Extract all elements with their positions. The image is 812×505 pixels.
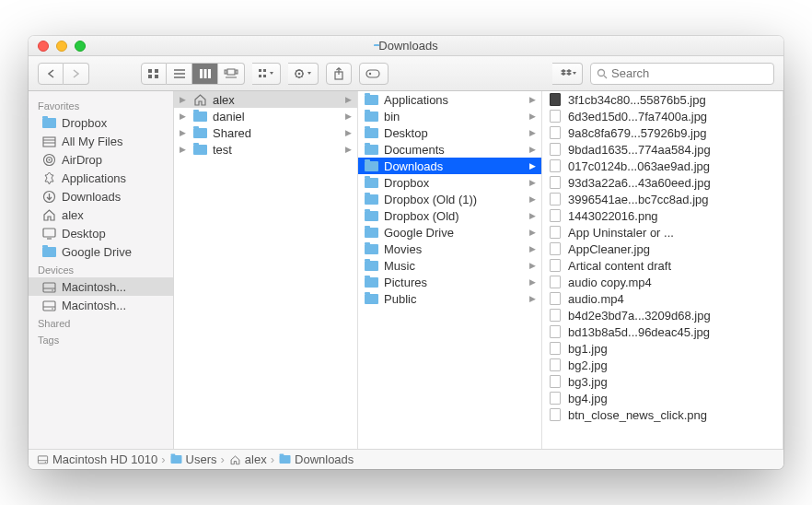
sidebar-item[interactable]: Dropbox	[29, 113, 173, 132]
folder-row[interactable]: ▶daniel▶	[174, 108, 357, 124]
arrange-button[interactable]	[252, 63, 281, 85]
row-label: 9bdad1635...774aa584.jpg	[568, 143, 779, 157]
path-label: alex	[245, 452, 267, 466]
chevron-right-icon: ▶	[345, 95, 354, 104]
folder-icon	[280, 455, 291, 464]
sidebar-item[interactable]: All My Files	[29, 132, 173, 150]
file-row[interactable]: bg2.jpg	[542, 357, 783, 373]
folder-row[interactable]: Dropbox (Old (1))▶	[358, 191, 541, 207]
action-button[interactable]	[288, 63, 319, 85]
file-icon	[548, 208, 563, 223]
coverflow-view-button[interactable]	[218, 63, 245, 85]
row-label: Dropbox	[384, 176, 524, 190]
svg-rect-26	[43, 137, 55, 147]
file-row[interactable]: bg3.jpg	[542, 373, 783, 390]
file-icon	[548, 275, 563, 289]
row-label: Public	[384, 292, 524, 306]
file-row[interactable]: Artical content draft	[542, 257, 783, 274]
file-row[interactable]: 3996541ae...bc7cc8ad.jpg	[542, 191, 783, 207]
path-segment[interactable]: alex	[228, 452, 267, 466]
file-row[interactable]: b4d2e3bd7a...3209d68.jpg	[542, 307, 783, 323]
column-view-button[interactable]	[192, 63, 218, 85]
sidebar-item[interactable]: Desktop	[29, 224, 173, 242]
folder-row[interactable]: Desktop▶	[358, 124, 541, 141]
row-label: AppCleaner.jpg	[568, 242, 779, 256]
file-row[interactable]: audio.mp4	[542, 290, 783, 307]
list-view-button[interactable]	[167, 63, 192, 85]
folder-row[interactable]: Downloads▶	[358, 158, 541, 174]
folder-row[interactable]: Documents▶	[358, 141, 541, 158]
search-field[interactable]	[590, 63, 774, 85]
file-icon	[548, 225, 563, 240]
sidebar-item[interactable]: Downloads	[29, 187, 173, 206]
file-icon	[548, 407, 563, 422]
svg-point-44	[45, 462, 46, 463]
file-row[interactable]: 9bdad1635...774aa584.jpg	[542, 141, 783, 158]
path-label: Downloads	[295, 452, 354, 466]
file-icon	[548, 324, 563, 339]
folder-row[interactable]: ▶alex▶	[174, 91, 357, 108]
row-label: daniel	[213, 110, 340, 123]
file-icon	[548, 125, 563, 140]
folder-icon	[41, 244, 56, 259]
search-input[interactable]	[611, 66, 768, 80]
folder-row[interactable]: Google Drive▶	[358, 224, 541, 241]
folder-row[interactable]: Applications▶	[358, 91, 541, 108]
row-label: btn_close_news_click.png	[568, 408, 779, 422]
sidebar-item-label: Applications	[62, 171, 126, 185]
folder-row[interactable]: Music▶	[358, 257, 541, 274]
path-segment[interactable]: Downloads	[278, 452, 354, 466]
chevron-right-icon: ▶	[180, 128, 187, 137]
sidebar-item[interactable]: Google Drive	[29, 242, 173, 261]
file-row[interactable]: 017c0124b...063ae9ad.jpg	[542, 158, 783, 174]
row-label: Artical content draft	[568, 259, 779, 273]
file-row[interactable]: 93d3a22a6...43a60eed.jpg	[542, 174, 783, 191]
file-row[interactable]: 6d3ed15d0...7fa7400a.jpg	[542, 108, 783, 124]
column: ▶alex▶▶daniel▶▶Shared▶▶test▶	[174, 91, 358, 449]
home-icon	[229, 454, 240, 464]
column: Applications▶bin▶Desktop▶Documents▶Downl…	[358, 91, 542, 449]
share-button[interactable]	[326, 63, 352, 85]
file-row[interactable]: App Uninstaler or ...	[542, 224, 783, 241]
sidebar-item[interactable]: Macintosh...	[29, 296, 173, 314]
sidebar-item-label: alex	[62, 208, 84, 222]
sidebar-item[interactable]: alex	[29, 206, 173, 224]
folder-row[interactable]: Pictures▶	[358, 274, 541, 290]
back-button[interactable]	[38, 63, 64, 85]
folder-row[interactable]: bin▶	[358, 108, 541, 124]
file-row[interactable]: 9a8c8fa679...57926b9.jpg	[542, 124, 783, 141]
path-segment[interactable]: Macintosh HD 1010	[36, 452, 157, 466]
path-segment[interactable]: Users	[169, 452, 217, 466]
sidebar-item[interactable]: AirDrop	[29, 150, 173, 169]
svg-rect-14	[259, 69, 261, 72]
tags-button[interactable]	[359, 63, 389, 85]
sidebar-item[interactable]: Macintosh...	[29, 277, 173, 296]
svg-rect-42	[38, 456, 47, 464]
folder-row[interactable]: Movies▶	[358, 241, 541, 257]
file-row[interactable]: bd13b8a5d...96deac45.jpg	[542, 323, 783, 340]
sidebar-item-label: AirDrop	[62, 153, 102, 167]
svg-rect-39	[43, 301, 55, 311]
file-row[interactable]: 3f1cb34c80...55876b5.jpg	[542, 91, 783, 108]
forward-button[interactable]	[64, 63, 89, 85]
dropbox-button[interactable]	[552, 63, 583, 85]
svg-rect-16	[263, 69, 266, 72]
sidebar-item[interactable]: Applications	[29, 169, 173, 187]
folder-icon	[364, 92, 378, 107]
file-row[interactable]: AppCleaner.jpg	[542, 241, 783, 257]
folder-row[interactable]: ▶test▶	[174, 141, 357, 158]
icon-view-button[interactable]	[141, 63, 167, 85]
folder-row[interactable]: ▶Shared▶	[174, 124, 357, 141]
path-separator: ›	[220, 452, 224, 466]
chevron-right-icon: ▶	[529, 161, 538, 170]
file-row[interactable]: audio copy.mp4	[542, 274, 783, 290]
file-row[interactable]: bg1.jpg	[542, 340, 783, 357]
folder-row[interactable]: Public▶	[358, 290, 541, 307]
file-row[interactable]: 1443022016.png	[542, 207, 783, 224]
folder-icon	[364, 291, 378, 306]
folder-row[interactable]: Dropbox (Old)▶	[358, 207, 541, 224]
file-row[interactable]: bg4.jpg	[542, 390, 783, 406]
file-row[interactable]: btn_close_news_click.png	[542, 406, 783, 423]
folder-row[interactable]: Dropbox▶	[358, 174, 541, 191]
sidebar-item-label: All My Files	[62, 135, 122, 148]
